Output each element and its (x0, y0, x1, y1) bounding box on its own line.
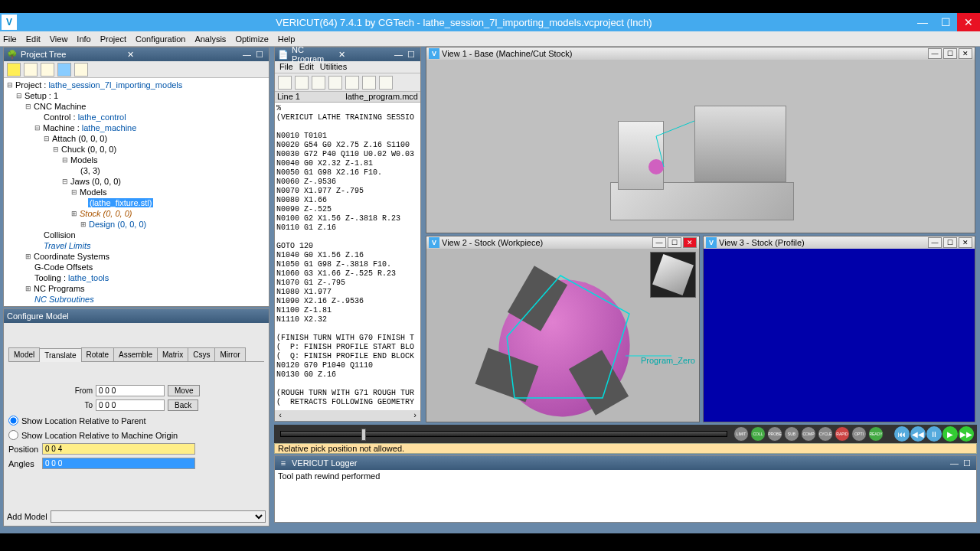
view1-viewport[interactable] (426, 60, 975, 233)
tree-icon: 🌳 (7, 49, 18, 60)
project-tree-min-icon[interactable]: — (240, 50, 253, 59)
to-label: To (8, 401, 93, 409)
project-tree[interactable]: ⊟Project : lathe_session_7l_importing_mo… (4, 78, 269, 306)
menu-optimize[interactable]: Optimize (235, 34, 268, 44)
menu-file[interactable]: File (3, 34, 17, 44)
window-title: VERICUT(64) 7.4.1 by CGTech - lathe_sess… (17, 17, 911, 28)
close-button[interactable]: ✕ (957, 13, 980, 31)
nc-icon: 📄 (278, 49, 289, 60)
tree-selected-model[interactable]: (lathe_fixture.stl) (88, 198, 153, 207)
view3-viewport[interactable] (704, 249, 975, 422)
nc-menu-edit[interactable]: Edit (299, 62, 314, 72)
view3-min[interactable]: — (928, 237, 942, 248)
menu-help[interactable]: Help (278, 34, 296, 44)
view-cube[interactable] (650, 252, 696, 298)
view2-max[interactable]: ☐ (668, 237, 681, 248)
btn-cycle[interactable]: CYCLE (818, 426, 833, 442)
btn-comp[interactable]: COMP (801, 426, 816, 442)
btn-rapid[interactable]: RAPID (835, 426, 850, 442)
menu-info[interactable]: Info (77, 34, 90, 44)
tab-mirror[interactable]: Mirror (214, 347, 245, 361)
view2-viewport[interactable]: Program_Zero (426, 249, 699, 422)
minimize-button[interactable]: — (911, 13, 934, 31)
tb-open[interactable] (24, 63, 38, 77)
tab-matrix[interactable]: Matrix (157, 347, 188, 361)
nc-status-line: Line 1 (277, 92, 300, 102)
nc-min-icon[interactable]: — (392, 50, 405, 59)
radio-parent[interactable] (8, 416, 18, 425)
logger-body[interactable]: Tool path rewind performed (275, 470, 976, 522)
status-text: Relative pick position not allowed. (278, 444, 404, 453)
to-input[interactable] (96, 399, 165, 411)
tb-save[interactable] (41, 63, 54, 77)
btn-play[interactable]: ▶ (942, 426, 958, 442)
nc-menu-utilities[interactable]: Utilities (320, 62, 347, 72)
view1-min[interactable]: — (928, 48, 942, 59)
view2-close[interactable]: ✕ (683, 237, 697, 248)
btn-pause[interactable]: ⏸ (926, 426, 942, 442)
project-tree-panel: 🌳 Project Tree ✕ — ☐ ⊟Project : lathe_se… (3, 47, 270, 307)
nc-tb-7[interactable] (379, 76, 393, 90)
tab-rotate[interactable]: Rotate (81, 347, 114, 361)
nc-code-area[interactable]: % (VERICUT LATHE TRAINING SESSIO N0010 T… (275, 103, 420, 421)
btn-fast-fwd[interactable]: ▶▶ (959, 426, 974, 442)
view1-close[interactable]: ✕ (959, 48, 972, 59)
btn-sub[interactable]: SUB (784, 426, 799, 442)
menu-edit[interactable]: Edit (26, 34, 41, 44)
svg-text:Program_Zero: Program_Zero (641, 356, 695, 365)
tab-assemble[interactable]: Assemble (113, 347, 158, 361)
tab-csys[interactable]: Csys (188, 347, 215, 361)
nc-tb-5[interactable] (345, 76, 359, 90)
nc-scroll-horizontal[interactable]: ‹› (275, 410, 420, 421)
nc-program-title: NC Program (292, 45, 336, 64)
add-model-select[interactable] (51, 510, 266, 523)
maximize-button[interactable]: ☐ (934, 13, 957, 31)
btn-rewind-full[interactable]: ⏮ (894, 426, 910, 442)
from-input[interactable] (96, 385, 165, 396)
menu-view[interactable]: View (50, 34, 68, 44)
view2: V View 2 - Stock (Workpiece) — ☐ ✕ Progr… (426, 236, 700, 422)
tab-translate[interactable]: Translate (39, 348, 81, 362)
logger-max[interactable]: ☐ (961, 458, 973, 468)
logger-min[interactable]: — (948, 458, 961, 468)
view2-min[interactable]: — (652, 237, 666, 248)
btn-opti[interactable]: OPTI (851, 426, 867, 442)
back-button[interactable]: Back (168, 399, 198, 411)
project-tree-max-icon[interactable]: ☐ (253, 50, 266, 60)
statusbar: Relative pick position not allowed. (274, 443, 977, 454)
tb-undo[interactable] (57, 63, 71, 77)
tb-redo[interactable] (74, 63, 88, 77)
menu-analysis[interactable]: Analysis (194, 34, 226, 44)
nc-menu-file[interactable]: File (279, 62, 293, 72)
btn-coll[interactable]: COLL (750, 426, 766, 442)
tb-new[interactable] (7, 63, 21, 77)
nc-close-icon[interactable]: ✕ (336, 50, 348, 60)
move-button[interactable]: Move (168, 385, 200, 396)
btn-limit[interactable]: LIMIT (733, 426, 749, 442)
view3-close[interactable]: ✕ (959, 237, 972, 248)
radio-origin[interactable] (8, 430, 18, 440)
radio-origin-label: Show Location Relative to Machine Origin (21, 431, 178, 440)
nc-tb-1[interactable] (278, 76, 292, 90)
nc-tb-6[interactable] (362, 76, 376, 90)
btn-probe[interactable]: PROBE (767, 426, 782, 442)
nc-tb-2[interactable] (295, 76, 309, 90)
menu-configuration[interactable]: Configuration (136, 34, 185, 44)
nc-max-icon[interactable]: ☐ (405, 50, 417, 60)
nc-tb-4[interactable] (328, 76, 342, 90)
timeline-thumb[interactable] (361, 429, 366, 441)
project-tree-close-icon[interactable]: ✕ (125, 50, 136, 60)
view2-title: View 2 - Stock (Workpiece) (442, 238, 651, 247)
menu-project[interactable]: Project (100, 34, 126, 44)
btn-ready[interactable]: READY (868, 426, 884, 442)
view1-max[interactable]: ☐ (943, 48, 957, 59)
menubar: File Edit View Info Project Configuratio… (0, 31, 980, 47)
timeline-slider[interactable] (280, 431, 727, 437)
angles-input[interactable] (42, 458, 195, 469)
view3-max[interactable]: ☐ (943, 237, 957, 248)
nc-tb-3[interactable] (312, 76, 325, 90)
tab-model[interactable]: Model (8, 347, 40, 361)
angles-label: Angles (8, 459, 39, 468)
position-input[interactable] (42, 443, 195, 455)
btn-rewind[interactable]: ◀◀ (910, 426, 926, 442)
